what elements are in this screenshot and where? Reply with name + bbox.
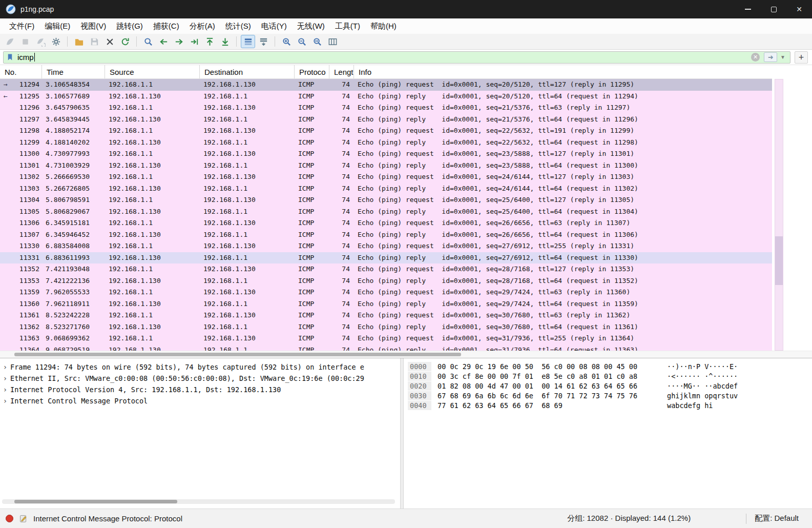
- details-hscrollbar[interactable]: [2, 499, 395, 504]
- find-packet-icon[interactable]: [141, 35, 155, 48]
- packet-row[interactable]: 113649.068729519192.168.1.130192.168.1.1…: [0, 344, 772, 351]
- packet-row[interactable]: 113628.523271760192.168.1.130192.168.1.1…: [0, 321, 772, 333]
- packet-list-minimap-scrollbar[interactable]: [775, 79, 783, 351]
- source-cell: 192.168.1.130: [105, 252, 200, 264]
- scrollbar-thumb[interactable]: [775, 236, 783, 285]
- pane-splitter[interactable]: [400, 358, 404, 509]
- expand-chevron-icon[interactable]: ›: [0, 385, 10, 394]
- packet-row[interactable]: 113316.883611993192.168.1.130192.168.1.1…: [0, 252, 772, 264]
- packet-row[interactable]: 113066.345915181192.168.1.1192.168.1.130…: [0, 217, 772, 229]
- detail-line-text: Internet Protocol Version 4, Src: 192.16…: [10, 385, 281, 394]
- packet-row[interactable]: 112984.188052174192.168.1.1192.168.1.130…: [0, 125, 772, 137]
- hex-row[interactable]: 002001 82 08 00 4d 47 00 01 00 14 61 62 …: [404, 381, 812, 391]
- close-file-icon[interactable]: [102, 35, 117, 48]
- go-to-packet-icon[interactable]: [187, 35, 201, 48]
- menu-telephony[interactable]: 电话(Y): [256, 19, 292, 33]
- packet-row[interactable]: 112963.645790635192.168.1.1192.168.1.130…: [0, 102, 772, 114]
- reload-file-icon[interactable]: [118, 35, 132, 48]
- scrollbar-thumb[interactable]: [14, 500, 177, 503]
- save-file-icon[interactable]: [87, 35, 101, 48]
- close-button[interactable]: ✕: [786, 0, 812, 18]
- resize-columns-icon[interactable]: [325, 35, 340, 48]
- packet-row[interactable]: 113014.731003929192.168.1.130192.168.1.1…: [0, 160, 772, 172]
- menu-edit[interactable]: 编辑(E): [39, 19, 75, 33]
- filter-dropdown-icon[interactable]: ▼: [777, 54, 787, 60]
- go-first-icon[interactable]: [202, 35, 217, 48]
- colorize-icon[interactable]: [241, 35, 255, 48]
- menu-view[interactable]: 视图(V): [75, 19, 111, 33]
- scrollbar-thumb[interactable]: [14, 353, 461, 356]
- packet-row[interactable]: ←112953.106577689192.168.1.130192.168.1.…: [0, 91, 772, 103]
- menu-file[interactable]: 文件(F): [4, 19, 39, 33]
- expert-info-icon[interactable]: [6, 515, 13, 522]
- detail-line[interactable]: ›Frame 11294: 74 bytes on wire (592 bits…: [0, 361, 400, 373]
- packet-row[interactable]: →112943.106548354192.168.1.1192.168.1.13…: [0, 79, 772, 91]
- detail-line[interactable]: ›Internet Control Message Protocol: [0, 395, 400, 407]
- packet-row[interactable]: 113055.806829067192.168.1.130192.168.1.1…: [0, 206, 772, 218]
- hex-row[interactable]: 003067 68 69 6a 6b 6c 6d 6e 6f 70 71 72 …: [404, 391, 812, 400]
- zoom-in-icon[interactable]: [279, 35, 294, 48]
- menu-tools[interactable]: 工具(T): [330, 19, 365, 33]
- stop-capture-icon[interactable]: [18, 35, 32, 48]
- filter-apply-icon[interactable]: ➜: [764, 52, 777, 62]
- minimize-button[interactable]: [735, 0, 761, 18]
- column-header-info[interactable]: Info: [354, 65, 772, 78]
- menu-capture[interactable]: 捕获(C): [148, 19, 184, 33]
- expand-chevron-icon[interactable]: ›: [0, 374, 10, 382]
- zoom-normal-icon[interactable]: [310, 35, 324, 48]
- restart-capture-icon[interactable]: [33, 35, 48, 48]
- packet-row[interactable]: 113004.730977993192.168.1.1192.168.1.130…: [0, 148, 772, 160]
- display-filter-input[interactable]: icmp ✕ ➜ ▼: [3, 51, 790, 64]
- hex-row[interactable]: 004077 61 62 63 64 65 66 67 68 69wabcdef…: [404, 400, 812, 410]
- packet-row[interactable]: 113306.883584008192.168.1.1192.168.1.130…: [0, 240, 772, 252]
- maximize-button[interactable]: [761, 0, 786, 18]
- hex-row[interactable]: 000000 0c 29 0c 19 6e 00 50 56 c0 00 08 …: [404, 361, 812, 371]
- packet-row[interactable]: 113025.266669530192.168.1.1192.168.1.130…: [0, 171, 772, 183]
- menu-wireless[interactable]: 无线(W): [292, 19, 330, 33]
- packet-row[interactable]: 112994.188140202192.168.1.130192.168.1.1…: [0, 137, 772, 149]
- menu-help[interactable]: 帮助(H): [365, 19, 402, 33]
- packet-row[interactable]: 113527.421193048192.168.1.1192.168.1.130…: [0, 263, 772, 275]
- menu-analyze[interactable]: 分析(A): [184, 19, 220, 33]
- detail-line[interactable]: ›Internet Protocol Version 4, Src: 192.1…: [0, 384, 400, 395]
- packet-row[interactable]: 113537.421222136192.168.1.130192.168.1.1…: [0, 275, 772, 287]
- column-header-protocol[interactable]: Protoco: [295, 65, 329, 78]
- column-header-time[interactable]: Time: [42, 65, 105, 78]
- column-header-destination[interactable]: Destination: [200, 65, 295, 78]
- status-profile[interactable]: 配置: Default: [755, 514, 799, 523]
- detail-line[interactable]: ›Ethernet II, Src: VMware_c0:00:08 (00:5…: [0, 373, 400, 384]
- capture-comment-icon[interactable]: [19, 514, 28, 523]
- filter-clear-icon[interactable]: ✕: [751, 53, 760, 62]
- packet-row[interactable]: 113076.345946452192.168.1.130192.168.1.1…: [0, 229, 772, 241]
- packet-list-hscrollbar[interactable]: [0, 351, 812, 358]
- expand-chevron-icon[interactable]: ›: [0, 363, 10, 371]
- start-capture-icon[interactable]: [3, 35, 17, 48]
- packet-row[interactable]: 113035.266726805192.168.1.130192.168.1.1…: [0, 183, 772, 195]
- destination-cell: 192.168.1.130: [200, 217, 295, 229]
- packet-row[interactable]: 113639.068699362192.168.1.1192.168.1.130…: [0, 333, 772, 344]
- packet-row[interactable]: 113607.962118911192.168.1.130192.168.1.1…: [0, 298, 772, 310]
- packet-row[interactable]: 113618.523242228192.168.1.1192.168.1.130…: [0, 310, 772, 321]
- open-file-icon[interactable]: [72, 35, 86, 48]
- destination-cell: 192.168.1.130: [200, 310, 295, 321]
- menu-go[interactable]: 跳转(G): [111, 19, 148, 33]
- menu-statistics[interactable]: 统计(S): [220, 19, 256, 33]
- filter-bookmark-icon[interactable]: [6, 53, 14, 61]
- column-header-source[interactable]: Source: [105, 65, 200, 78]
- packet-row[interactable]: 113045.806798591192.168.1.1192.168.1.130…: [0, 194, 772, 206]
- column-header-no[interactable]: No.: [0, 65, 42, 78]
- packet-row[interactable]: 113597.962055533192.168.1.1192.168.1.130…: [0, 287, 772, 298]
- protocol-cell: ICMP: [295, 102, 329, 114]
- go-forward-icon[interactable]: [172, 35, 186, 48]
- packet-details-pane: ›Frame 11294: 74 bytes on wire (592 bits…: [0, 358, 400, 509]
- expand-chevron-icon[interactable]: ›: [0, 397, 10, 405]
- zoom-out-icon[interactable]: [295, 35, 309, 48]
- go-back-icon[interactable]: [156, 35, 171, 48]
- autoscroll-icon[interactable]: [256, 35, 270, 48]
- column-header-length[interactable]: Lengt: [329, 65, 354, 78]
- hex-row[interactable]: 001000 3c cf 8e 00 00 7f 01 e8 5e c0 a8 …: [404, 371, 812, 381]
- packet-row[interactable]: 112973.645839445192.168.1.130192.168.1.1…: [0, 114, 772, 126]
- go-last-icon[interactable]: [218, 35, 232, 48]
- filter-add-button[interactable]: +: [795, 51, 808, 64]
- capture-options-icon[interactable]: [49, 35, 63, 48]
